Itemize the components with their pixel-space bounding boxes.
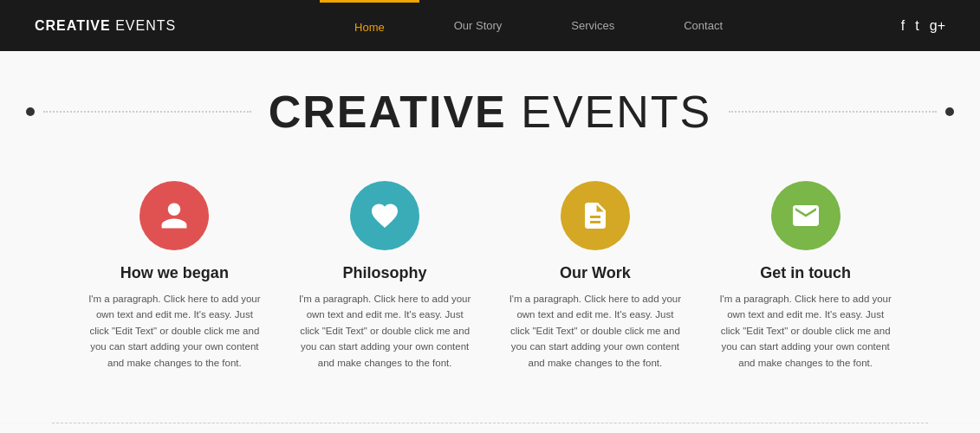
social-links: f t g+ (901, 18, 945, 34)
nav-item-home[interactable]: Home (320, 0, 419, 51)
feature-title-philosophy: Philosophy (343, 264, 427, 282)
feature-title-how-we-began: How we began (120, 264, 229, 282)
logo-bold: CREATIVE (35, 18, 111, 33)
logo-rest: EVENTS (111, 18, 176, 33)
hero-line-left (43, 111, 251, 113)
feature-card-how-we-began: How we began I'm a paragraph. Click here… (88, 181, 261, 371)
feature-text-get-in-touch: I'm a paragraph. Click here to add your … (719, 291, 892, 371)
feature-title-get-in-touch: Get in touch (760, 264, 851, 282)
site-logo[interactable]: CREATIVE EVENTS (35, 18, 176, 34)
nav-menu: Home Our Story Services Contact (320, 0, 757, 51)
googleplus-icon[interactable]: g+ (930, 18, 945, 34)
feature-card-philosophy: Philosophy I'm a paragraph. Click here t… (298, 181, 471, 371)
hero-section: CREATIVE EVENTS How we began I'm a parag… (0, 51, 980, 423)
document-icon (580, 200, 611, 231)
hero-title-rest: EVENTS (507, 87, 712, 137)
feature-text-philosophy: I'm a paragraph. Click here to add your … (298, 291, 471, 371)
feature-card-get-in-touch: Get in touch I'm a paragraph. Click here… (719, 181, 892, 371)
twitter-icon[interactable]: t (915, 18, 918, 34)
facebook-icon[interactable]: f (901, 18, 905, 34)
hero-line-right (729, 111, 937, 113)
hero-dot-left (26, 107, 35, 116)
features-grid: How we began I'm a paragraph. Click here… (17, 172, 963, 405)
nav-item-our-story[interactable]: Our Story (419, 0, 537, 51)
nav-link-contact[interactable]: Contact (649, 0, 757, 51)
nav-item-services[interactable]: Services (536, 0, 649, 51)
feature-text-how-we-began: I'm a paragraph. Click here to add your … (88, 291, 261, 371)
feature-text-our-work: I'm a paragraph. Click here to add your … (509, 291, 682, 371)
feature-card-our-work: Our Work I'm a paragraph. Click here to … (509, 181, 682, 371)
navbar: CREATIVE EVENTS Home Our Story Services … (0, 0, 980, 51)
philosophy-icon-circle[interactable] (350, 181, 419, 250)
person-icon (159, 200, 190, 231)
hero-dot-right (945, 107, 954, 116)
bottom-section: Curating the world artfully uise Dockerf… (0, 423, 980, 433)
get-in-touch-icon-circle[interactable] (771, 181, 840, 250)
hero-title-row: CREATIVE EVENTS (17, 86, 963, 138)
envelope-icon (790, 200, 821, 231)
how-we-began-icon-circle[interactable] (140, 181, 209, 250)
feature-title-our-work: Our Work (560, 264, 631, 282)
our-work-icon-circle[interactable] (561, 181, 630, 250)
nav-link-services[interactable]: Services (536, 0, 649, 51)
hero-title-bold: CREATIVE (269, 87, 507, 137)
nav-link-home[interactable]: Home (320, 0, 419, 51)
nav-item-contact[interactable]: Contact (649, 0, 757, 51)
hero-title: CREATIVE EVENTS (251, 86, 730, 138)
nav-link-our-story[interactable]: Our Story (419, 0, 537, 51)
heart-icon (369, 200, 400, 231)
